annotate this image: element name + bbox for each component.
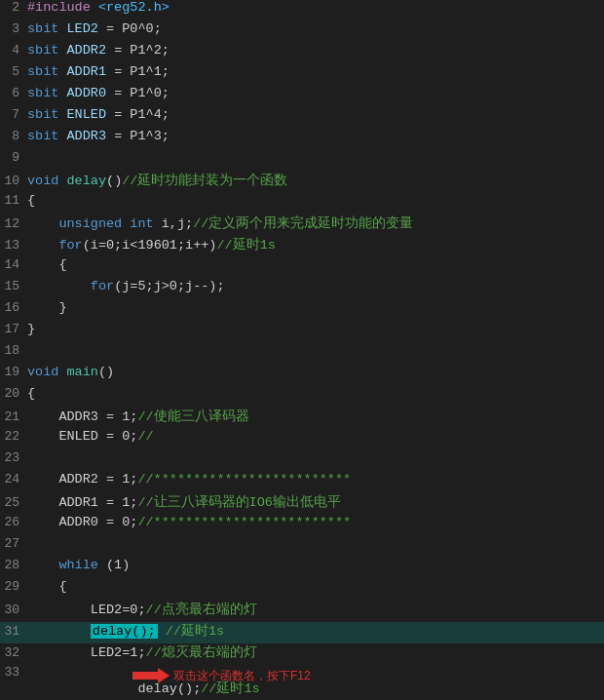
line-number: 5 [0,64,27,79]
code-line-5: 5 sbit ADDR1 = P1^1; [0,64,604,86]
line-number: 18 [0,343,27,358]
line-content: while (1) [27,558,604,572]
line-content: ADDR3 = 1;//使能三八译码器 [27,408,604,425]
code-line-29: 29 { [0,579,604,601]
code-line-27: 27 [0,536,604,558]
line-number: 27 [0,536,27,551]
code-line-18: 18 [0,343,604,365]
line-number: 4 [0,43,27,58]
code-line-6: 6 sbit ADDR0 = P1^0; [0,86,604,107]
code-line-14: 14 { [0,257,604,279]
line-content: ENLED = 0;// [27,429,604,444]
code-line-11: 11 { [0,193,604,214]
line-content: ADDR1 = 1;//让三八译码器的IO6输出低电平 [27,493,604,511]
line-content: sbit ADDR1 = P1^1; [27,64,604,79]
line-content: } [27,300,604,315]
code-line-7: 7 sbit ENLED = P1^4; [0,107,604,129]
line-number: 30 [0,603,27,617]
line-number: 8 [0,129,27,143]
line-number: 12 [0,216,27,231]
line-number: 32 [0,645,27,660]
line-number: 29 [0,579,27,594]
line-content: LED2=1;//熄灭最右端的灯 [27,643,604,661]
line-number: 28 [0,558,27,572]
line-number: 13 [0,238,27,253]
line-number: 9 [0,150,27,165]
code-line-28: 28 while (1) [0,558,604,579]
line-content: } [27,322,604,336]
line-content: LED2=0;//点亮最右端的灯 [27,601,604,618]
code-line-26: 26 ADDR0 = 0;//************************* [0,515,604,536]
code-line-32: 32 LED2=1;//熄灭最右端的灯 [0,643,604,665]
code-line-24: 24 ADDR2 = 1;//************************* [0,472,604,493]
line-number: 31 [0,624,27,639]
line-number: 21 [0,409,27,424]
code-line-20: 20 { [0,386,604,408]
line-content: for(j=5;j>0;j--); [27,279,604,293]
line-content: { [27,579,604,594]
code-line-10: 10 void delay()//延时功能封装为一个函数 [0,172,604,193]
code-line-4: 4 sbit ADDR2 = P1^2; [0,43,604,64]
line-content [27,536,604,551]
highlighted-token: delay(); [91,624,158,639]
code-line-12: 12 unsigned int i,j;//定义两个用来完成延时功能的变量 [0,214,604,236]
code-line-16: 16 } [0,300,604,322]
line-content: delay();//延时1s 双击这个函数名，按下F12 [27,665,604,700]
line-number: 2 [0,0,27,15]
line-number: 17 [0,322,27,336]
code-line-33: 33 delay();//延时1s 双击这个函数名，按下F12 [0,665,604,700]
line-content: #include <reg52.h> [27,0,604,15]
line-number: 19 [0,365,27,379]
code-line-2: 2 #include <reg52.h> [0,0,604,21]
line-content: unsigned int i,j;//定义两个用来完成延时功能的变量 [27,214,604,232]
line-content: { [27,193,604,208]
line-content: { [27,257,604,272]
line-content [27,450,604,465]
line-content: ADDR2 = 1;//************************* [27,472,604,486]
code-line-8: 8 sbit ADDR3 = P1^3; [0,129,604,150]
code-line-13: 13 for(i=0;i<19601;i++)//延时1s [0,236,604,257]
code-line-22: 22 ENLED = 0;// [0,429,604,450]
line-content: ADDR0 = 0;//************************* [27,515,604,529]
line-number: 6 [0,86,27,100]
line-number: 22 [0,429,27,444]
code-line-23: 23 [0,450,604,472]
line-content: sbit ADDR2 = P1^2; [27,43,604,58]
line-content: sbit ADDR3 = P1^3; [27,129,604,143]
code-line-21: 21 ADDR3 = 1;//使能三八译码器 [0,408,604,429]
line-number: 14 [0,257,27,272]
line-content [27,343,604,358]
code-line-9: 9 [0,150,604,172]
line-number: 11 [0,193,27,208]
code-line-15: 15 for(j=5;j>0;j--); [0,279,604,300]
line-number: 3 [0,21,27,36]
line-number: 10 [0,174,27,188]
code-line-30: 30 LED2=0;//点亮最右端的灯 [0,601,604,622]
line-content: void delay()//延时功能封装为一个函数 [27,172,604,189]
code-line-31: 31 delay(); //延时1s [0,622,604,643]
line-content: void main() [27,365,604,379]
code-line-3: 3 sbit LED2 = P0^0; [0,21,604,43]
line-content: for(i=0;i<19601;i++)//延时1s [27,236,604,253]
line-content: delay(); //延时1s [27,622,604,640]
line-content: sbit LED2 = P0^0; [27,21,604,36]
line-number: 33 [0,665,27,680]
line-number: 23 [0,450,27,465]
line-number: 20 [0,386,27,401]
line-content: sbit ADDR0 = P1^0; [27,86,604,100]
code-line-19: 19 void main() [0,365,604,386]
line-number: 26 [0,515,27,529]
line-number: 25 [0,495,27,510]
line-content [27,150,604,165]
code-line-25: 25 ADDR1 = 1;//让三八译码器的IO6输出低电平 [0,493,604,515]
code-editor: 2 #include <reg52.h> 3 sbit LED2 = P0^0;… [0,0,604,700]
line-number: 16 [0,300,27,315]
code-line-17: 17 } [0,322,604,343]
line-number: 15 [0,279,27,293]
line-number: 24 [0,472,27,486]
line-content: sbit ENLED = P1^4; [27,107,604,122]
line-number: 7 [0,107,27,122]
line-content: { [27,386,604,401]
